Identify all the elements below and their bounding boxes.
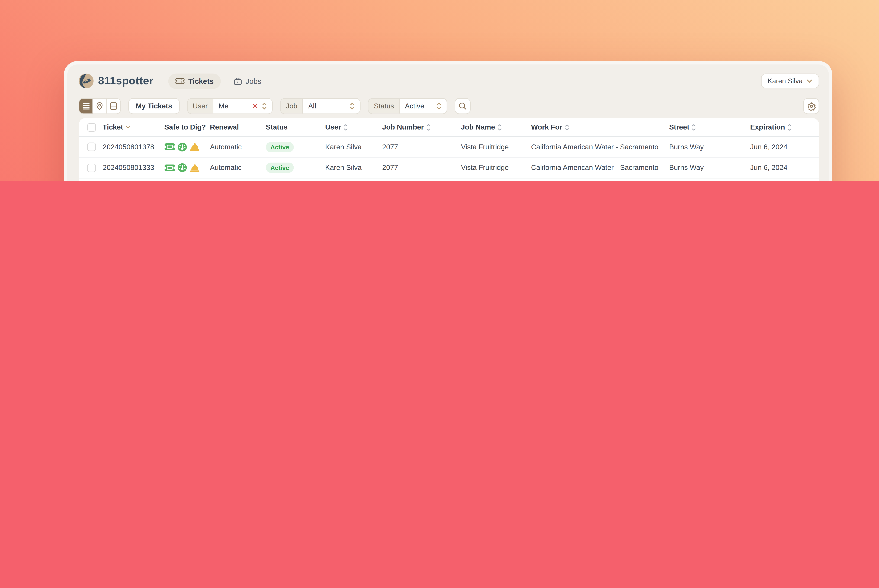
user-value: Karen Silva (325, 164, 382, 172)
status-badge: Active (266, 142, 294, 152)
my-tickets-button[interactable]: My Tickets (128, 98, 179, 114)
sort-both-icon (787, 124, 792, 130)
list-view-button[interactable] (79, 99, 93, 113)
filter-user-label: User (188, 99, 213, 113)
job-name-value: Vista Fruitridge (461, 164, 531, 172)
tab-jobs-label: Jobs (246, 76, 261, 85)
brand-name: 811spotter (98, 75, 153, 87)
job-number-value: 2077 (382, 143, 461, 151)
brand: 811spotter (79, 74, 153, 88)
filter-job-label: Job (281, 99, 303, 113)
column-header-ticket[interactable]: Ticket (103, 123, 164, 131)
main-nav: Tickets Jobs (168, 73, 268, 89)
table-header-row: Ticket Safe to Dig? Renewal Status User (79, 118, 819, 137)
gear-icon (807, 102, 816, 110)
sort-both-icon (426, 124, 431, 130)
row-checkbox[interactable] (87, 164, 96, 172)
filter-status-value: Active (405, 102, 432, 110)
search-icon (458, 102, 466, 110)
table-row[interactable]: 2024050801333 (79, 158, 819, 179)
user-menu-button[interactable]: Karen Silva (761, 74, 819, 88)
ticket-status-icon (164, 164, 175, 172)
sort-both-icon (565, 124, 569, 130)
tab-tickets-label: Tickets (188, 76, 214, 85)
renewal-value: Automatic (210, 143, 266, 151)
hard-hat-icon (189, 164, 200, 172)
column-header-status[interactable]: Status (266, 123, 325, 131)
tickets-table: Ticket Safe to Dig? Renewal Status User (79, 118, 819, 182)
table-row[interactable]: 2024050801378 (79, 137, 819, 158)
tab-jobs[interactable]: Jobs (226, 73, 268, 89)
sort-both-icon (691, 124, 696, 130)
sort-desc-icon (126, 126, 131, 129)
map-pin-icon (96, 102, 103, 110)
column-header-street[interactable]: Street (669, 123, 750, 131)
status-badge: Active (266, 163, 294, 173)
chevron-down-icon (807, 79, 812, 82)
column-header-expiration[interactable]: Expiration (750, 123, 819, 131)
job-number-value: 2077 (382, 164, 461, 172)
view-toggle (79, 98, 121, 114)
desktop-background: 811spotter Tickets (0, 0, 879, 182)
gauge-status-icon (177, 163, 187, 172)
filter-status-label: Status (369, 99, 400, 113)
safe-to-dig-icons (164, 142, 210, 152)
filter-job[interactable]: Job All (280, 98, 361, 114)
street-value: Burns Way (669, 143, 750, 151)
ticket-number[interactable]: 2024050801378 (103, 143, 164, 151)
tab-tickets[interactable]: Tickets (168, 73, 221, 89)
search-button[interactable] (454, 98, 470, 114)
column-header-renewal[interactable]: Renewal (210, 123, 266, 131)
row-checkbox[interactable] (87, 143, 96, 151)
table-body: 2024050801378 (79, 137, 819, 182)
app-window: 811spotter Tickets (64, 61, 832, 182)
column-header-work-for[interactable]: Work For (531, 123, 669, 131)
expiration-value: Jun 6, 2024 (750, 143, 819, 151)
column-header-job-number[interactable]: Job Number (382, 123, 461, 131)
ticket-number[interactable]: 2024050801333 (103, 164, 164, 172)
table-row[interactable]: 2024041801180 (79, 178, 819, 182)
brand-logo-icon (79, 74, 93, 88)
list-icon (83, 103, 89, 109)
user-value: Karen Silva (325, 143, 382, 151)
work-for-value: California American Water - Sacramento (531, 164, 669, 172)
toolbar: My Tickets User Me ✕ Job A (79, 98, 819, 114)
user-menu-label: Karen Silva (768, 77, 802, 85)
hard-hat-icon (189, 143, 200, 151)
ticket-icon (175, 76, 185, 85)
card-view-button[interactable] (107, 99, 120, 113)
column-header-user[interactable]: User (325, 123, 382, 131)
column-header-safe[interactable]: Safe to Dig? (164, 123, 210, 131)
gauge-status-icon (177, 142, 187, 152)
job-name-value: Vista Fruitridge (461, 143, 531, 151)
app-header: 811spotter Tickets (79, 72, 819, 90)
settings-button[interactable] (803, 98, 819, 114)
expiration-value: Jun 6, 2024 (750, 164, 819, 172)
briefcase-icon (233, 76, 242, 85)
filter-user-value: Me (218, 102, 248, 110)
select-all-checkbox[interactable] (87, 123, 96, 132)
map-view-button[interactable] (93, 99, 107, 113)
select-chevrons-icon (436, 103, 442, 110)
renewal-value: Automatic (210, 164, 266, 172)
filter-user[interactable]: User Me ✕ (187, 98, 273, 114)
sort-both-icon (497, 124, 502, 130)
sort-both-icon (343, 124, 348, 130)
card-view-icon (110, 102, 117, 110)
filter-job-value: All (308, 102, 346, 110)
column-header-job-name[interactable]: Job Name (461, 123, 531, 131)
filter-status[interactable]: Status Active (368, 98, 447, 114)
clear-filter-icon[interactable]: ✕ (252, 103, 258, 110)
safe-to-dig-icons (164, 163, 210, 172)
select-chevrons-icon (262, 103, 267, 110)
ticket-status-icon (164, 143, 175, 151)
select-chevrons-icon (350, 103, 355, 110)
street-value: Burns Way (669, 164, 750, 172)
select-all-cell (79, 123, 103, 132)
work-for-value: California American Water - Sacramento (531, 143, 669, 151)
